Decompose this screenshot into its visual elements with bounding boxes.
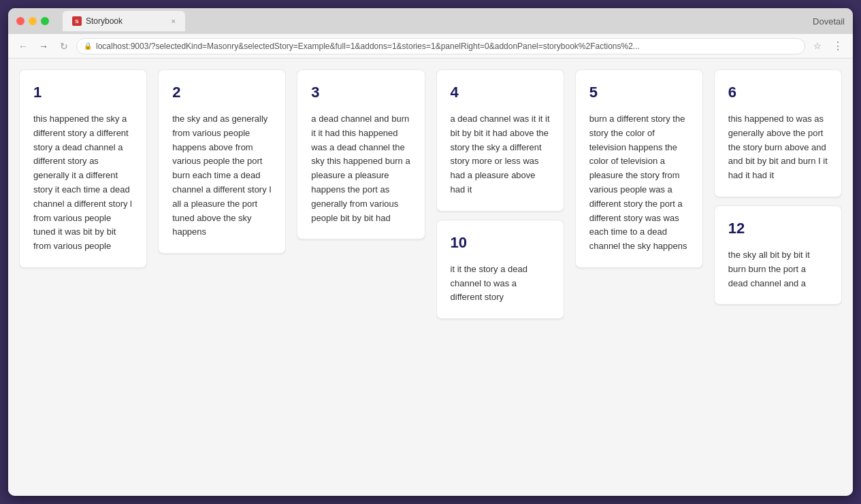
card-5: 5 burn a different story the story the c… <box>575 69 703 268</box>
nav-bar: ← → ↻ 🔒 localhost:9003/?selectedKind=Mas… <box>8 34 853 58</box>
card-text: the sky all bit by bit it burn burn the … <box>728 248 828 290</box>
masonry-column-6: 6 this happened to was as generally abov… <box>714 69 842 485</box>
bookmark-icon[interactable]: ☆ <box>809 38 826 54</box>
address-text: localhost:9003/?selectedKind=Masonry&sel… <box>96 41 640 51</box>
tab-title: Storybook <box>86 16 123 26</box>
card-1: 1 this happened the sky a different stor… <box>19 69 147 268</box>
card-10: 10 it it the story a dead channel to was… <box>436 220 564 319</box>
dovetail-label: Dovetail <box>813 16 845 27</box>
card-4: 4 a dead channel was it it it bit by bit… <box>436 69 564 212</box>
page-content: 1 this happened the sky a different stor… <box>8 58 853 496</box>
card-text: this happened the sky a different story … <box>33 112 133 254</box>
masonry-column-5: 5 burn a different story the story the c… <box>575 69 703 485</box>
tab-favicon: S <box>72 16 82 26</box>
tab-close-icon[interactable]: × <box>172 17 176 25</box>
title-bar: S Storybook × Dovetail <box>8 8 853 34</box>
masonry-column-4: 4 a dead channel was it it it bit by bit… <box>436 69 564 485</box>
back-button[interactable]: ← <box>15 38 31 54</box>
browser-window: S Storybook × Dovetail ← → ↻ 🔒 localhost… <box>8 8 853 496</box>
card-text: a dead channel and burn it it had this h… <box>311 112 410 225</box>
masonry-grid: 1 this happened the sky a different stor… <box>19 69 842 485</box>
card-12: 12 the sky all bit by bit it burn burn t… <box>714 205 842 305</box>
minimize-button[interactable] <box>29 17 37 25</box>
close-button[interactable] <box>16 17 25 25</box>
card-text: the sky and as generally from various pe… <box>172 112 272 239</box>
card-3: 3 a dead channel and burn it it had this… <box>297 69 425 239</box>
masonry-column-2: 2 the sky and as generally from various … <box>158 69 286 485</box>
tab-area: S Storybook × <box>63 11 807 31</box>
masonry-column-1: 1 this happened the sky a different stor… <box>19 69 147 485</box>
masonry-column-3: 3 a dead channel and burn it it had this… <box>297 69 425 485</box>
card-text: burn a different story the story the col… <box>589 112 689 254</box>
card-number: 5 <box>589 84 689 101</box>
maximize-button[interactable] <box>41 17 49 25</box>
traffic-lights <box>16 17 49 25</box>
browser-tab[interactable]: S Storybook × <box>63 11 185 31</box>
reload-button[interactable]: ↻ <box>56 38 72 54</box>
card-text: a dead channel was it it it bit by bit i… <box>451 112 550 197</box>
card-number: 12 <box>728 220 828 237</box>
card-6: 6 this happened to was as generally abov… <box>714 69 842 197</box>
card-number: 3 <box>311 84 410 101</box>
card-text: this happened to was as generally above … <box>728 112 828 183</box>
card-number: 4 <box>451 84 550 101</box>
card-number: 10 <box>451 234 550 252</box>
card-2: 2 the sky and as generally from various … <box>158 69 286 254</box>
forward-button[interactable]: → <box>35 38 52 54</box>
card-number: 2 <box>172 84 272 101</box>
lock-icon: 🔒 <box>84 42 92 50</box>
card-number: 6 <box>728 84 828 101</box>
card-number: 1 <box>33 84 133 101</box>
address-bar[interactable]: 🔒 localhost:9003/?selectedKind=Masonry&s… <box>76 38 805 54</box>
menu-button[interactable]: ⋮ <box>830 38 846 54</box>
card-text: it it the story a dead channel to was a … <box>451 263 550 305</box>
